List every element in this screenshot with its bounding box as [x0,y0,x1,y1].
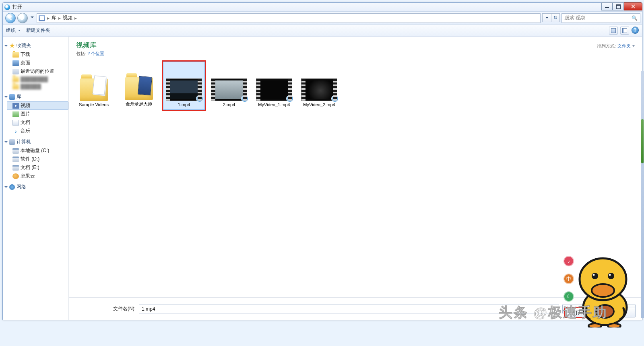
disclose-icon [4,141,8,144]
search-placeholder: 搜索 视频 [564,14,585,21]
folder-item[interactable]: 金舟录屏大师 [118,62,160,110]
refresh-button[interactable] [551,13,560,22]
toolbar: 组织 新建文件夹 ? [3,25,642,37]
window-title: 打开 [12,4,22,10]
organize-label: 组织 [6,27,16,34]
back-button[interactable] [5,13,16,23]
recent-icon [12,69,19,74]
computer-group[interactable]: 计算机 [4,138,68,145]
app-icon [4,4,10,10]
locations-link[interactable]: 2 个位置 [87,51,104,56]
maximize-button[interactable] [613,2,624,10]
close-button[interactable] [624,2,642,10]
new-folder-button[interactable]: 新建文件夹 [26,27,50,34]
cloud-icon [12,173,19,179]
video-item-selected[interactable]: 1.mp4 [163,62,205,110]
tree-desktop[interactable]: 桌面 [7,59,68,67]
dialog-body: 收藏夹 下载 桌面 最近访问的位置 ████████ ██████ 库 视频 图… [3,37,642,320]
tree-music[interactable]: ♪音乐 [7,127,68,135]
minimize-button[interactable] [601,2,613,10]
computer-label: 计算机 [17,138,31,145]
item-label: 2.mp4 [223,102,235,107]
svg-point-8 [588,323,601,327]
drive-icon [12,157,19,162]
arrange-by[interactable]: 排列方式: 文件夹 [597,43,635,49]
favorites-group[interactable]: 收藏夹 [4,42,68,49]
tree-drive-c[interactable]: 本地磁盘 (C:) [7,146,68,155]
filename-input[interactable] [139,305,559,313]
file-items[interactable]: Sample Videos 金舟录屏大师 1.mp4 2.mp4 MyVideo… [69,59,642,112]
sync-icon [196,95,203,102]
help-button[interactable]: ? [632,27,639,34]
svg-point-9 [608,323,621,327]
video-thumb [166,78,202,101]
disclose-icon [4,45,8,48]
tree-downloads[interactable]: 下载 [7,50,68,59]
item-label: Sample Videos [79,102,109,107]
tree-redacted[interactable]: ██████ [7,83,68,90]
separator-icon: ▸ [74,15,77,21]
filename-bar: 文件名(N): 自定义文件 (*.mpg;*.mp4;*.rm [69,297,642,320]
item-label: 金舟录屏大师 [126,101,152,107]
favorites-label: 收藏夹 [17,42,31,49]
item-label: MyVideo_1.mp4 [258,102,290,107]
badge-music-icon[interactable]: ♪ [564,256,574,266]
drive-icon [12,165,19,171]
scrollbar-thumb[interactable] [641,119,644,163]
badge-moon-icon[interactable]: ☾ [564,291,574,302]
history-dropdown-icon[interactable] [29,13,35,23]
page-scrollbar[interactable] [641,71,644,318]
tree-redacted[interactable]: ████████ [7,76,68,83]
arrange-value[interactable]: 文件夹 [617,43,631,49]
music-icon: ♪ [12,128,19,134]
library-title: 视频库 [76,41,104,50]
dropdown-icon [17,28,21,33]
titlebar[interactable]: 打开 [3,3,642,12]
organize-button[interactable]: 组织 [6,27,21,34]
crumb-libraries[interactable]: 库 [52,14,56,21]
address-dropdown-button[interactable] [542,13,551,22]
network-group[interactable]: 网络 [4,183,68,190]
forward-button[interactable] [17,13,28,23]
crumb-videos[interactable]: 视频 [63,14,72,21]
folder-item[interactable]: Sample Videos [73,62,115,110]
filename-label: 文件名(N): [113,305,136,312]
library-header: 视频库 包括: 2 个位置 排列方式: 文件夹 [69,37,642,59]
library-subtitle: 包括: 2 个位置 [76,51,104,57]
preview-pane-button[interactable] [620,27,629,35]
file-list-pane: 视频库 包括: 2 个位置 排列方式: 文件夹 Sample Videos [69,37,642,320]
address-tools [542,13,560,23]
tree-recent[interactable]: 最近访问的位置 [7,67,68,76]
libraries-group[interactable]: 库 [4,93,68,100]
libraries-label: 库 [17,93,21,100]
tree-nutstore[interactable]: 坚果云 [7,172,68,180]
tree-documents[interactable]: 文档 [7,118,68,127]
dialog-buttons: 打开(O) 取消 [565,308,636,317]
video-thumb [301,78,337,101]
sync-icon [331,95,339,102]
cancel-button[interactable]: 取消 [602,308,636,317]
tree-drive-d[interactable]: 软件 (D:) [7,155,68,163]
folder-icon [80,78,108,101]
sync-icon [286,95,293,102]
video-item[interactable]: MyVideo_2.mp4 [298,62,340,110]
video-item[interactable]: 2.mp4 [208,62,250,110]
search-box[interactable]: 搜索 视频 🔍 [561,13,640,23]
separator-icon: ▸ [58,15,61,21]
nav-tree[interactable]: 收藏夹 下载 桌面 最近访问的位置 ████████ ██████ 库 视频 图… [3,37,69,320]
library-icon [9,94,15,100]
tree-drive-e[interactable]: 文档 (E:) [7,163,68,172]
navigation-bar: ▸ 库 ▸ 视频 ▸ 搜索 视频 🔍 [3,12,642,25]
open-button[interactable]: 打开(O) [565,308,599,317]
open-dialog-window: 打开 ▸ 库 ▸ 视频 ▸ 搜索 视频 🔍 [2,2,642,320]
item-label: 1.mp4 [178,102,190,107]
views-button[interactable] [609,27,618,35]
address-bar[interactable]: ▸ 库 ▸ 视频 ▸ [37,13,541,23]
disclose-icon [4,186,8,189]
tree-pictures[interactable]: 图片 [7,110,68,118]
video-item[interactable]: MyVideo_1.mp4 [253,62,295,110]
badge-ime-icon[interactable]: 中 [564,274,574,284]
tree-videos[interactable]: 视频 [7,101,68,110]
library-root-icon [39,15,45,21]
separator-icon: ▸ [47,15,50,21]
